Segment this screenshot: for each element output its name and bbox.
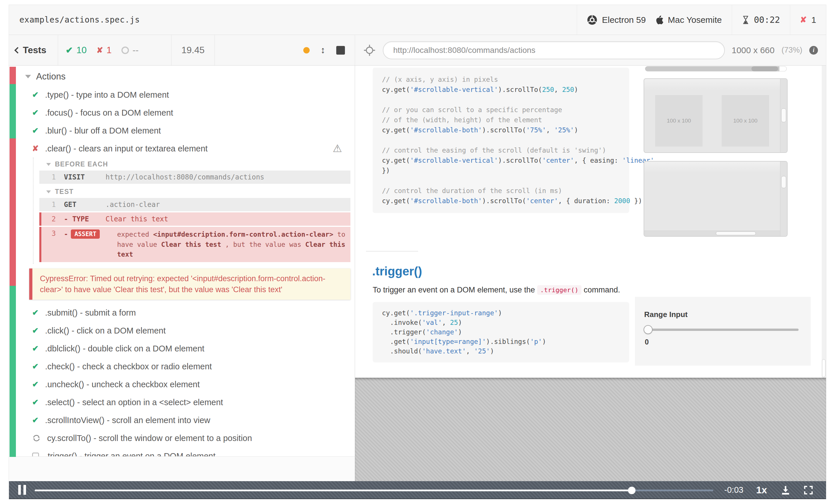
collapse-triangle-icon xyxy=(46,190,51,193)
test-label: .submit() - submit a form xyxy=(45,308,136,318)
test-label: cy.scrollTo() - scroll the window or ele… xyxy=(47,434,252,443)
test-hook-header[interactable]: TEST xyxy=(34,185,355,198)
test-item-dblclick[interactable]: ✔.dblclick() - double click on a DOM ele… xyxy=(9,340,355,357)
suite-header[interactable]: Actions xyxy=(9,66,355,86)
os-label: Mac Yosemite xyxy=(668,15,722,25)
test-label: .uncheck() - uncheck a checkbox element xyxy=(45,380,200,389)
scrollable-vertical-demo[interactable] xyxy=(644,161,788,237)
collapse-triangle-icon xyxy=(46,163,51,166)
pass-check-icon: ✔ xyxy=(32,308,39,317)
spec-title: examples/actions.spec.js xyxy=(9,15,140,25)
command-row-assert-failed[interactable]: 3 - ASSERT expected <input#description.f… xyxy=(39,227,350,262)
pass-check-icon: ✔ xyxy=(32,416,39,425)
error-message: CypressError: Timed out retrying: expect… xyxy=(40,274,325,294)
pass-check-icon: ✔ xyxy=(32,126,39,135)
test-item-select[interactable]: ✔.select() - select an option in a <sele… xyxy=(9,393,355,411)
playback-speed-button[interactable]: 1x xyxy=(756,484,767,496)
horizontal-scrollbar-thumb[interactable] xyxy=(716,231,756,235)
pass-strip-bottom xyxy=(9,286,16,457)
stop-button[interactable] xyxy=(336,46,345,55)
log-footer-area xyxy=(9,456,355,481)
aut-preview-pane: // (x axis, y axis) in pixels cy.get('#s… xyxy=(355,66,826,481)
warning-triangle-icon: ⚠ xyxy=(333,143,342,154)
scrollable-both-demo[interactable]: 100 x 100 100 x 100 xyxy=(644,78,788,153)
command-number: 1 xyxy=(41,201,56,209)
test-item-scrollto-running[interactable]: cy.scrollTo() - scroll the window or ele… xyxy=(9,429,355,447)
seek-thumb[interactable] xyxy=(628,487,635,494)
fullscreen-button[interactable] xyxy=(803,485,813,495)
running-refresh-icon xyxy=(32,434,41,442)
vertical-scrollbar[interactable] xyxy=(780,162,787,236)
timer-group: 00:22 xyxy=(732,5,790,35)
pass-check-icon: ✔ xyxy=(32,398,39,407)
command-name: - TYPE xyxy=(56,215,105,223)
failed-test-details: BEFORE EACH 1 VISIT http://localhost:808… xyxy=(33,158,355,264)
command-number: 2 xyxy=(41,215,56,223)
run-controls: ↕ xyxy=(215,35,355,65)
assert-badge: ASSERT xyxy=(71,229,100,239)
elapsed-timer: 00:22 xyxy=(754,15,780,25)
back-to-tests-button[interactable]: Tests xyxy=(9,35,58,65)
url-text: http://localhost:8080/commands/actions xyxy=(393,46,535,55)
command-row-type-failed[interactable]: 2 - TYPE Clear this text xyxy=(39,212,350,226)
duration-value: 19.45 xyxy=(181,45,204,56)
command-number: 3 xyxy=(41,229,56,237)
hook-label: TEST xyxy=(55,188,74,196)
cypress-error-box[interactable]: CypressError: Timed out retrying: expect… xyxy=(29,269,350,300)
command-log-pane: Actions ✔.type() - type into a DOM eleme… xyxy=(9,66,355,481)
selector-playground-icon[interactable] xyxy=(363,44,376,57)
test-item-scrollintoview[interactable]: ✔.scrollIntoView() - scroll an element i… xyxy=(9,411,355,429)
vertical-scrollbar-thumb[interactable] xyxy=(781,108,786,122)
range-slider-thumb[interactable] xyxy=(644,325,653,334)
test-item-submit[interactable]: ✔.submit() - submit a form xyxy=(9,304,355,322)
horizontal-scrollbar[interactable] xyxy=(645,66,787,71)
test-item-focus[interactable]: ✔.focus() - focus on a DOM element xyxy=(9,104,355,122)
pause-button[interactable] xyxy=(18,485,26,495)
test-item-clear-failed[interactable]: ✘ .clear() - clears an input or textarea… xyxy=(9,140,355,158)
test-label: .type() - type into a DOM element xyxy=(45,90,169,100)
fail-strip xyxy=(9,139,16,286)
test-label: .clear() - clears an input or textarea e… xyxy=(45,144,208,153)
pending-count: -- xyxy=(133,45,139,56)
preview-scrollbar[interactable] xyxy=(822,66,826,378)
before-each-header[interactable]: BEFORE EACH xyxy=(34,158,355,170)
test-item-check[interactable]: ✔.check() - check a checkbox or radio el… xyxy=(9,357,355,375)
preview-scrollbar-thumb[interactable] xyxy=(822,359,826,377)
video-player-bar: -0:03 1x xyxy=(9,481,826,499)
test-item-type[interactable]: ✔.type() - type into a DOM element xyxy=(9,86,355,104)
fail-x-icon: ✘ xyxy=(32,144,39,153)
test-item-uncheck[interactable]: ✔.uncheck() - uncheck a checkbox element xyxy=(9,375,355,393)
scroll-toggle-icon[interactable]: ↕ xyxy=(321,45,325,56)
url-address-bar[interactable]: http://localhost:8080/commands/actions xyxy=(383,41,725,59)
pending-circle-icon xyxy=(121,46,129,54)
failure-count-group: ✘ 1 xyxy=(790,5,826,35)
pass-check-icon: ✔ xyxy=(32,90,39,100)
vertical-scrollbar-thumb[interactable] xyxy=(781,176,786,188)
check-icon: ✔ xyxy=(66,45,73,55)
horizontal-scrollbar[interactable] xyxy=(644,231,780,236)
command-name: VISIT xyxy=(56,173,105,181)
test-item-blur[interactable]: ✔.blur() - blur off a DOM element xyxy=(9,122,355,140)
failure-count: 1 xyxy=(811,15,816,25)
vertical-scrollbar[interactable] xyxy=(780,79,787,152)
horizontal-scrollbar-thumb[interactable] xyxy=(751,66,778,71)
seek-bar[interactable] xyxy=(35,482,713,499)
apple-icon xyxy=(655,15,663,25)
test-label: .check() - check a checkbox or radio ele… xyxy=(45,362,212,371)
viewport-info-icon[interactable]: i xyxy=(809,46,818,55)
command-row-visit[interactable]: 1 VISIT http://localhost:8080/commands/a… xyxy=(39,170,350,184)
test-item-click[interactable]: ✔.click() - click on a DOM element xyxy=(9,322,355,340)
url-bar-section: http://localhost:8080/commands/actions 1… xyxy=(355,35,826,65)
range-slider[interactable] xyxy=(645,329,798,331)
download-button[interactable] xyxy=(780,485,791,495)
pass-strip-top xyxy=(9,84,16,139)
pass-check-icon: ✔ xyxy=(32,326,39,335)
command-row-get[interactable]: 1 GET .action-clear xyxy=(39,198,350,211)
assert-message: expected <input#description.form-control… xyxy=(117,229,350,259)
assert-cell: - ASSERT xyxy=(56,229,117,239)
trigger-section-description: To trigger an event on a DOM element, us… xyxy=(373,285,620,295)
main-content: Actions ✔.type() - type into a DOM eleme… xyxy=(9,66,826,481)
pass-check-icon: ✔ xyxy=(32,362,39,371)
auto-scroll-indicator[interactable] xyxy=(303,47,310,54)
passed-stat: ✔10 xyxy=(66,45,87,56)
